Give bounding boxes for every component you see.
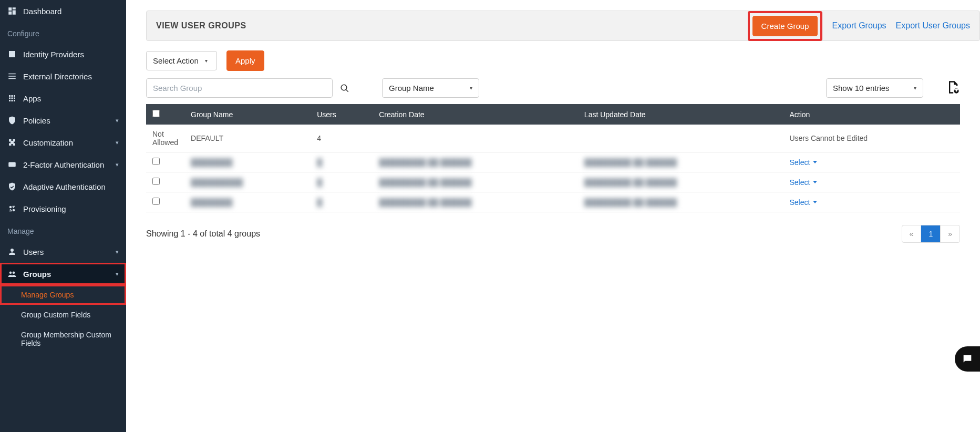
select-action-dropdown[interactable]: Select Action ▾ — [146, 51, 217, 70]
keypad-icon — [7, 160, 17, 169]
row-checkbox[interactable] — [152, 198, 160, 205]
sidebar-item-2fa[interactable]: 2-Factor Authentication ▾ — [0, 153, 126, 176]
svg-point-3 — [11, 249, 14, 252]
pager-next[interactable]: » — [941, 225, 960, 242]
row-action-select[interactable]: Select — [789, 158, 817, 167]
sidebar-label: Dashboard — [23, 7, 61, 16]
show-entries-label: Show 10 entries — [833, 84, 890, 92]
cell-creation — [373, 125, 578, 152]
row-checkbox[interactable] — [152, 158, 160, 165]
export-user-groups-link[interactable]: Export User Groups — [896, 21, 970, 30]
header-actions: Create Group Export Groups Export User G… — [748, 11, 970, 41]
sidebar-item-adaptive-auth[interactable]: Adaptive Authentication — [0, 176, 126, 198]
col-group-name: Group Name — [184, 104, 311, 125]
sidebar-label: Provisioning — [23, 204, 66, 213]
list-icon — [7, 71, 17, 81]
sidebar-sub-group-custom-fields[interactable]: Group Custom Fields — [0, 305, 126, 325]
sidebar-label: Customization — [23, 138, 73, 147]
cell-updated — [578, 125, 783, 152]
sidebar-item-groups[interactable]: Groups ▾ — [0, 263, 126, 285]
svg-point-2 — [13, 209, 15, 212]
search-icon[interactable] — [340, 84, 349, 93]
group-name-filter-dropdown[interactable]: Group Name ▾ — [382, 78, 479, 98]
cell-creation: █████████ ██ ██████ — [373, 192, 578, 212]
sidebar-label: Apps — [23, 94, 41, 103]
grid-icon — [7, 94, 17, 103]
pager-prev[interactable]: « — [902, 225, 922, 242]
sidebar-item-users[interactable]: Users ▾ — [0, 241, 126, 263]
chevron-down-icon: ▾ — [116, 161, 119, 168]
cell-action: Select — [783, 152, 960, 172]
chat-fab[interactable] — [955, 346, 980, 372]
chevron-down-icon: ▾ — [470, 85, 472, 91]
groups-table-wrap: Group Name Users Creation Date Last Upda… — [146, 104, 960, 212]
sidebar-item-identity-providers[interactable]: Identity Providers — [0, 43, 126, 65]
table-row: ████████ █ █████████ ██ ██████ █████████… — [146, 152, 960, 172]
search-wrap — [146, 78, 349, 98]
sync-users-icon — [7, 204, 17, 213]
show-entries-dropdown[interactable]: Show 10 entries ▾ — [826, 78, 923, 98]
cell-checkbox: Not Allowed — [146, 125, 184, 152]
sidebar: Dashboard Configure Identity Providers E… — [0, 0, 126, 432]
search-input[interactable] — [146, 78, 333, 98]
row-action-select[interactable]: Select — [789, 178, 817, 187]
cell-users-link[interactable]: 4 — [311, 125, 373, 152]
chevron-down-icon: ▾ — [116, 117, 119, 124]
select-all-checkbox[interactable] — [152, 110, 160, 117]
row-action-select[interactable]: Select — [789, 198, 817, 207]
groups-table: Group Name Users Creation Date Last Upda… — [146, 104, 960, 212]
cell-users-link[interactable]: █ — [311, 192, 373, 212]
sidebar-item-policies[interactable]: Policies ▾ — [0, 109, 126, 131]
puzzle-icon — [7, 138, 17, 147]
caret-down-icon — [813, 161, 817, 163]
cell-users-link[interactable]: █ — [311, 172, 373, 192]
sidebar-item-dashboard[interactable]: Dashboard — [0, 0, 126, 22]
svg-rect-0 — [8, 162, 16, 167]
cell-checkbox — [146, 192, 184, 212]
export-groups-link[interactable]: Export Groups — [832, 21, 886, 30]
chevron-down-icon: ▾ — [205, 58, 208, 64]
cell-updated: █████████ ██ ██████ — [578, 192, 783, 212]
id-card-icon — [7, 49, 17, 59]
svg-point-5 — [13, 272, 15, 274]
showing-text: Showing 1 - 4 of total 4 groups — [146, 229, 260, 239]
filter-row: Group Name ▾ Show 10 entries ▾ — [146, 78, 960, 98]
select-action-label: Select Action — [153, 56, 199, 65]
sidebar-sub-manage-groups[interactable]: Manage Groups — [0, 285, 126, 305]
cell-updated: █████████ ██ ██████ — [578, 172, 783, 192]
col-last-updated: Last Updated Date — [578, 104, 783, 125]
table-row: ████████ █ █████████ ██ ██████ █████████… — [146, 192, 960, 212]
col-users: Users — [311, 104, 373, 125]
col-checkbox — [146, 104, 184, 125]
dashboard-icon — [7, 6, 17, 16]
apply-button[interactable]: Apply — [226, 50, 264, 71]
sidebar-label: 2-Factor Authentication — [23, 160, 104, 169]
cell-users-link[interactable]: █ — [311, 152, 373, 172]
sidebar-item-provisioning[interactable]: Provisioning — [0, 198, 126, 220]
row-checkbox[interactable] — [152, 178, 160, 185]
groups-icon — [7, 269, 17, 279]
sidebar-sub-group-membership-custom-fields[interactable]: Group Membership Custom Fields — [0, 325, 126, 353]
chevron-down-icon: ▾ — [116, 139, 119, 146]
action-controls-row: Select Action ▾ Apply — [146, 50, 960, 71]
shield-search-icon — [7, 116, 17, 125]
add-column-button[interactable] — [945, 80, 960, 96]
svg-point-4 — [9, 272, 12, 274]
shield-check-icon — [7, 182, 17, 191]
pager-page-1[interactable]: 1 — [921, 225, 941, 242]
cell-creation: █████████ ██ ██████ — [373, 172, 578, 192]
sidebar-item-apps[interactable]: Apps — [0, 87, 126, 109]
col-creation-date: Creation Date — [373, 104, 578, 125]
add-file-icon — [945, 80, 960, 95]
pagination: « 1 » — [902, 225, 960, 243]
cell-action: Select — [783, 192, 960, 212]
user-icon — [7, 247, 17, 256]
sidebar-item-customization[interactable]: Customization ▾ — [0, 131, 126, 153]
create-group-button[interactable]: Create Group — [752, 16, 818, 36]
sidebar-section-manage: Manage — [0, 220, 126, 241]
cell-updated: █████████ ██ ██████ — [578, 152, 783, 172]
svg-point-1 — [9, 206, 12, 209]
chevron-down-icon: ▾ — [914, 85, 916, 91]
sidebar-item-external-directories[interactable]: External Directories — [0, 65, 126, 87]
cell-group-name: ████████ — [184, 152, 311, 172]
